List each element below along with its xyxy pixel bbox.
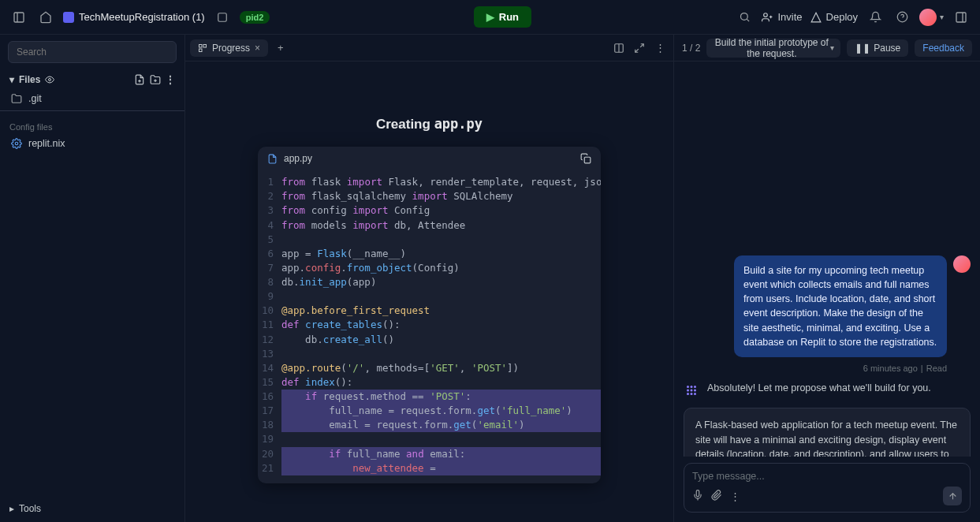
- deploy-button[interactable]: Deploy: [810, 11, 858, 23]
- attach-icon[interactable]: [711, 490, 722, 503]
- code-line: 2from flask_sqlalchemy import SQLAlchemy: [258, 189, 601, 203]
- search-icon[interactable]: [735, 8, 754, 27]
- search-input[interactable]: [8, 41, 177, 63]
- svg-point-5: [764, 13, 768, 17]
- user-message: Build a site for my upcoming tech meetup…: [734, 255, 947, 357]
- chevron-down-icon[interactable]: ▾: [830, 43, 834, 52]
- file-name: .git: [28, 93, 42, 104]
- invite-icon: [762, 12, 773, 23]
- message-input[interactable]: [692, 471, 962, 482]
- arrow-up-icon: [948, 491, 958, 501]
- code-lines: 1from flask import Flask, render_templat…: [258, 170, 601, 483]
- divider: [0, 110, 184, 111]
- ai-intro-row: Absolutely! Let me propose what we'll bu…: [684, 382, 971, 398]
- ai-intro-text: Absolutely! Let me propose what we'll bu…: [707, 382, 971, 393]
- svg-rect-20: [199, 49, 203, 52]
- plan-body: A Flask-based web application for a tech…: [695, 418, 959, 457]
- svg-point-12: [49, 79, 51, 81]
- invite-button[interactable]: Invite: [762, 11, 802, 23]
- code-card-filename: app.py: [284, 153, 312, 164]
- code-line: 4from models import db, Attendee: [258, 218, 601, 233]
- chevron-right-icon: ▸: [9, 503, 14, 514]
- help-icon[interactable]: [892, 8, 911, 27]
- pause-label: Pause: [874, 43, 900, 54]
- code-line: 19: [258, 432, 601, 446]
- send-button[interactable]: [943, 487, 962, 505]
- tab-progress[interactable]: Progress ×: [190, 39, 268, 57]
- user-message-row: Build a site for my upcoming tech meetup…: [684, 255, 971, 357]
- config-file-name: replit.nix: [28, 138, 65, 149]
- ai-icon: [684, 382, 699, 398]
- config-item-replit-nix[interactable]: replit.nix: [0, 135, 184, 152]
- split-icon[interactable]: [610, 39, 628, 57]
- svg-point-31: [694, 389, 696, 391]
- step-counter: 1 / 2: [682, 43, 700, 54]
- svg-point-29: [687, 389, 689, 391]
- code-line: 21 new_attendee =: [258, 461, 601, 475]
- code-line: 7app.config.from_object(Config): [258, 261, 601, 275]
- svg-rect-18: [199, 44, 203, 47]
- new-file-icon[interactable]: [134, 74, 145, 85]
- code-line: 16 if request.method == 'POST':: [258, 390, 601, 404]
- svg-point-26: [687, 386, 689, 388]
- svg-point-30: [691, 389, 693, 391]
- files-header[interactable]: ▾ Files ⋮: [0, 69, 184, 90]
- account-menu[interactable]: ▾: [919, 9, 944, 26]
- project-name[interactable]: TechMeetupRegistration (1): [63, 11, 205, 23]
- vcs-icon[interactable]: [213, 8, 232, 27]
- pause-icon: ❚❚: [855, 43, 870, 54]
- run-button[interactable]: ▶ Run: [474, 6, 531, 28]
- expand-icon[interactable]: [631, 39, 648, 57]
- more-icon[interactable]: ⋮: [730, 490, 740, 502]
- close-icon[interactable]: ×: [255, 43, 260, 54]
- tab-label: Progress: [212, 43, 250, 54]
- add-tab-button[interactable]: +: [271, 39, 290, 57]
- svg-rect-10: [956, 13, 966, 22]
- topbar: TechMeetupRegistration (1) pid2 ▶ Run In…: [0, 0, 980, 35]
- code-line: 20 if full_name and email:: [258, 447, 601, 461]
- toggle-sidebar-icon[interactable]: [9, 8, 28, 27]
- eye-icon[interactable]: [45, 75, 54, 84]
- invite-label: Invite: [777, 11, 802, 23]
- feedback-button[interactable]: Feedback: [915, 39, 972, 57]
- feedback-label: Feedback: [922, 43, 964, 54]
- run-label: Run: [499, 11, 519, 23]
- svg-rect-0: [14, 13, 24, 22]
- config-section-label: Config files: [0, 114, 184, 135]
- pause-button[interactable]: ❚❚ Pause: [847, 39, 908, 57]
- code-line: 17 full_name = request.form.get('full_na…: [258, 404, 601, 418]
- code-line: 5: [258, 233, 601, 247]
- gear-icon: [11, 138, 22, 149]
- code-line: 10@app.before_first_request: [258, 304, 601, 318]
- more-icon[interactable]: ⋮: [651, 39, 669, 57]
- mic-icon[interactable]: [692, 490, 703, 503]
- new-folder-icon[interactable]: [150, 74, 161, 85]
- svg-point-33: [691, 393, 693, 395]
- bell-icon[interactable]: [866, 8, 885, 27]
- plan-card: A Flask-based web application for a tech…: [684, 408, 971, 457]
- more-icon[interactable]: ⋮: [166, 74, 175, 85]
- code-line: 8db.init_app(app): [258, 275, 601, 289]
- file-icon: [267, 154, 278, 164]
- tools-toggle[interactable]: ▸ Tools: [0, 495, 184, 522]
- svg-rect-25: [584, 157, 591, 163]
- svg-rect-2: [218, 13, 226, 21]
- file-item-git[interactable]: .git: [0, 90, 184, 107]
- code-line: 1from flask import Flask, render_templat…: [258, 175, 601, 189]
- code-line: 9: [258, 289, 601, 304]
- home-icon[interactable]: [36, 8, 55, 27]
- svg-point-17: [15, 142, 18, 145]
- code-card: app.py 1from flask import Flask, render_…: [258, 147, 601, 483]
- code-line: 12 db.create_all(): [258, 333, 601, 347]
- code-line: 3from config import Config: [258, 203, 601, 218]
- code-line: 18 email = request.form.get('email'): [258, 418, 601, 432]
- copy-icon[interactable]: [580, 153, 591, 164]
- avatar: [953, 255, 971, 273]
- svg-point-27: [691, 386, 693, 388]
- deploy-icon: [810, 12, 822, 23]
- toggle-right-panel-icon[interactable]: [952, 8, 971, 27]
- step-desc-box[interactable]: Build the initial prototype of the reque…: [706, 39, 840, 58]
- code-line: 13: [258, 347, 601, 361]
- play-icon: ▶: [486, 11, 494, 23]
- svg-point-3: [740, 13, 747, 21]
